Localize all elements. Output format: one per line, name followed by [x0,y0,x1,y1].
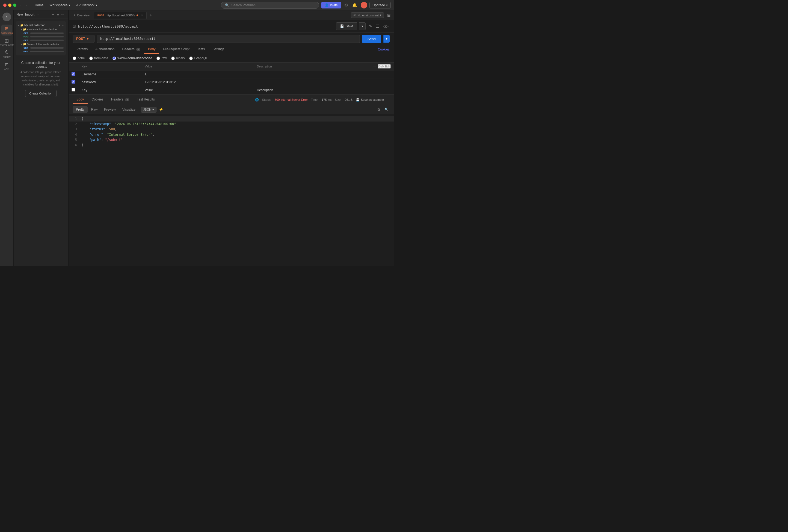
invite-button[interactable]: 👤 Invite [321,2,341,8]
body-none-option[interactable]: none [73,56,85,60]
avatar[interactable] [361,2,367,8]
tab-overview[interactable]: ⌖ Overview [71,12,93,19]
row2-key[interactable]: password [78,78,141,86]
settings-button[interactable]: ⚙ [343,2,349,9]
req-tab-authorization[interactable]: Authorization [92,45,118,54]
tab-close-button[interactable]: ✕ [141,14,143,17]
url-input[interactable] [97,35,360,43]
create-collection-button[interactable]: Create Collection [25,90,56,97]
response-format-tabs: Pretty Raw Preview Visualize JSON ▾ ⚡ ⧉ … [68,105,394,114]
folder2-row[interactable]: ▾ 📁 Second folder inside collection [21,42,64,46]
resize-handle[interactable] [68,11,70,266]
body-urlencoded-option[interactable]: x-www-form-urlencoded [113,56,152,60]
layout-toggle-button[interactable]: ⊞ [386,12,392,19]
left-panel: New Import ··· + ≡ ··· ▾ 📁 My first coll… [14,11,68,266]
req4[interactable]: GET [23,46,64,50]
resp-tab-test-results[interactable]: Test Results [133,96,158,104]
filter-button[interactable]: ≡ [55,12,60,17]
row3-value[interactable]: Value [141,86,253,94]
fmt-tab-raw[interactable]: Raw [87,106,101,113]
send-dropdown-button[interactable]: ▾ [383,35,390,43]
bulk-edit-button[interactable]: Bulk Edit [378,64,391,68]
req-tab-headers[interactable]: Headers 8 [118,45,144,54]
fullscreen-button[interactable] [13,3,16,7]
edit-button[interactable]: ✎ [368,23,374,30]
row2-checkbox[interactable] [72,80,75,83]
req-tab-prerequest[interactable]: Pre-request Script [159,45,193,54]
forward-button[interactable]: › [24,2,28,8]
collection-root[interactable]: ▾ 📁 My first collection ★ ··· [18,23,64,27]
body-graphql-option[interactable]: GraphQL [189,56,208,60]
code-button[interactable]: </> [381,23,390,30]
req-tab-body[interactable]: Body [144,45,159,54]
more-options-icon[interactable]: ··· [373,64,376,68]
row1-value[interactable]: a [141,71,253,78]
star-icon[interactable]: ★ [58,24,61,27]
row1-key[interactable]: username [78,71,141,78]
row2-value[interactable]: 12312312312312312 [141,78,253,86]
req2[interactable]: POST [23,35,64,39]
sidebar-item-collections[interactable]: ⊞ Collections [1,24,12,36]
workspaces-nav[interactable]: Workspaces ▾ [47,2,73,8]
collection-more-icon[interactable]: ··· [61,24,64,27]
search-bar[interactable]: 🔍 Search Postman [221,2,319,9]
save-dropdown-button[interactable]: ▾ [359,22,366,30]
tab-url: http://localhost:8080/s [106,14,135,17]
req3[interactable]: GET [23,39,64,42]
send-button[interactable]: Send [362,35,381,43]
resp-tab-headers[interactable]: Headers 4 [107,96,133,104]
save-button[interactable]: 💾 Save [336,22,357,30]
method-selector[interactable]: POST ▾ [73,35,95,43]
user-icon[interactable]: s [2,13,11,21]
back-button[interactable]: ‹ [19,2,22,8]
row1-checkbox[interactable] [72,72,75,76]
notifications-button[interactable]: 🔔 [351,2,358,9]
format-selector[interactable]: JSON ▾ [141,107,156,113]
format-settings-icon[interactable]: ⚡ [159,107,163,112]
body-raw-option[interactable]: raw [156,56,166,60]
row3-desc[interactable]: Description [254,86,322,94]
fmt-tab-preview[interactable]: Preview [101,106,119,113]
new-tab-button[interactable]: + [148,13,154,18]
fmt-tab-pretty[interactable]: Pretty [73,106,87,113]
row2-desc[interactable] [254,78,322,86]
req5[interactable]: GET [23,50,64,53]
req-tab-settings[interactable]: Settings [209,45,228,54]
close-button[interactable] [3,3,6,7]
new-button[interactable]: New [16,13,23,16]
panel-options-button[interactable]: ··· [60,12,65,17]
search-response-button[interactable]: 🔍 [383,106,390,113]
req-tab-tests[interactable]: Tests [193,45,209,54]
body-formdata-option[interactable]: form-data [89,56,108,60]
sidebar-item-history[interactable]: ⏱ History [1,48,12,60]
response-area: Body Cookies Headers 4 Test Results 🌐 St… [68,94,394,266]
add-collection-button[interactable]: + [51,12,55,17]
resp-tab-cookies[interactable]: Cookies [87,96,107,104]
req-tab-params[interactable]: Params [73,45,92,54]
minimize-button[interactable] [8,3,12,7]
comment-button[interactable]: ☰ [375,23,380,30]
import-button[interactable]: Import [25,13,34,16]
req1[interactable]: GET [23,32,64,35]
row3-checkbox[interactable] [72,88,75,92]
copy-response-button[interactable]: ⧉ [376,106,381,113]
upgrade-button[interactable]: Upgrade ▾ [370,2,391,8]
sidebar-item-environments[interactable]: ◫ Environments [1,37,12,47]
save-example-button[interactable]: 💾 Save as example [356,98,383,102]
home-nav[interactable]: Home [32,2,46,8]
environment-selector[interactable]: 👁 No environment ▾ [351,12,384,18]
body-binary-option[interactable]: binary [171,56,185,60]
panel-more-button[interactable]: ··· [34,12,40,17]
folder1-row[interactable]: ▾ 📁 First folder inside collection [21,27,64,32]
row1-desc[interactable] [254,71,322,78]
sidebar-item-apis[interactable]: ⊡ APIs [1,61,12,72]
cookies-link[interactable]: Cookies [378,47,390,51]
resp-tab-body[interactable]: Body [73,96,87,104]
fmt-tab-visualize[interactable]: Visualize [119,106,139,113]
response-more-icon[interactable]: ··· [387,98,390,101]
tab-post-request[interactable]: POST http://localhost:8080/s ✕ [94,12,147,19]
row3-key[interactable]: Key [78,86,141,94]
overview-icon: ⌖ [74,13,75,17]
api-network-nav[interactable]: API Network ▾ [74,2,100,8]
folder2-name: Second folder inside collection [27,43,60,46]
